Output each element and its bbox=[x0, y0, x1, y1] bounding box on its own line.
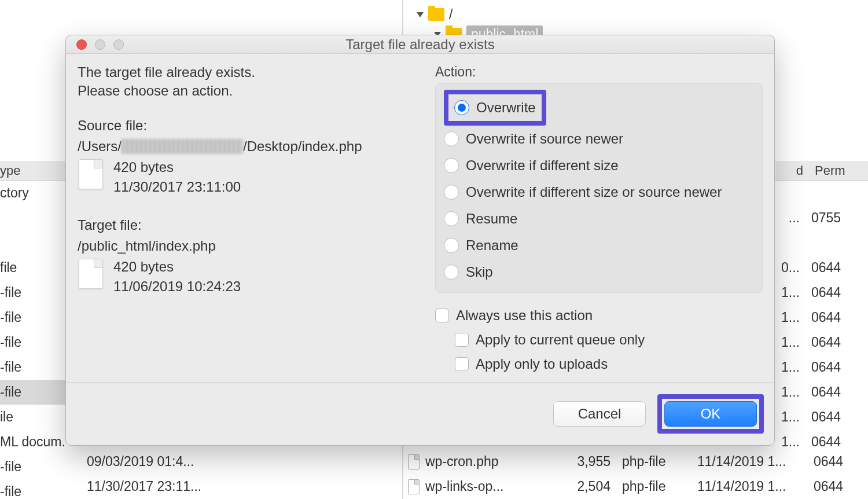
highlight-ok: OK bbox=[657, 394, 764, 434]
list-item[interactable]: 1...0644 bbox=[775, 405, 868, 430]
radio-icon[interactable] bbox=[444, 238, 459, 253]
list-item[interactable]: -file bbox=[0, 380, 65, 405]
source-file-label: Source file: bbox=[78, 118, 425, 134]
dialog-message-1: The target file already exists. bbox=[78, 64, 425, 80]
list-date: 11/30/2017 23:11... bbox=[87, 474, 201, 499]
dialog-footer: Cancel OK bbox=[66, 382, 774, 445]
radio-icon[interactable] bbox=[444, 131, 459, 146]
list-item[interactable]: 0...0644 bbox=[775, 255, 868, 280]
radio-overwrite-diff-size[interactable]: Overwrite if different size bbox=[444, 152, 754, 179]
list-item[interactable]: ile bbox=[0, 405, 65, 430]
target-file-label: Target file: bbox=[78, 217, 425, 233]
overwrite-dialog: Target file already exists The target fi… bbox=[65, 35, 775, 446]
checkbox-icon[interactable] bbox=[455, 333, 469, 347]
cancel-button[interactable]: Cancel bbox=[553, 401, 646, 427]
list-item[interactable]: 1...0644 bbox=[775, 380, 868, 405]
zoom-window-button bbox=[113, 39, 124, 50]
list-item[interactable]: ...0755 bbox=[775, 206, 868, 230]
radio-resume[interactable]: Resume bbox=[444, 206, 754, 232]
file-icon bbox=[79, 259, 103, 289]
list-item[interactable] bbox=[775, 181, 868, 206]
checkbox-icon[interactable] bbox=[455, 357, 469, 371]
radio-icon[interactable] bbox=[444, 211, 459, 226]
remote-file-list-partial: d Perm ...07550...06441...06441...06441.… bbox=[775, 161, 868, 454]
table-row[interactable]: wp-cron.php3,955php-file11/14/2019 1...0… bbox=[408, 449, 843, 474]
list-item[interactable] bbox=[0, 206, 65, 230]
target-file-path: /public_html/index.php bbox=[78, 238, 425, 254]
list-item[interactable]: -file bbox=[0, 330, 65, 355]
list-item[interactable]: 1...0644 bbox=[775, 330, 868, 355]
dialog-title: Target file already exists bbox=[66, 36, 774, 53]
checkbox-current-queue[interactable]: Apply to current queue only bbox=[435, 328, 763, 352]
list-date: 09/03/2019 01:4... bbox=[87, 449, 201, 474]
highlight-overwrite: Overwrite bbox=[444, 90, 546, 126]
source-file-path: /Users/ /Desktop/index.php bbox=[78, 138, 425, 155]
list-item[interactable]: file bbox=[0, 255, 65, 280]
file-icon bbox=[408, 479, 420, 494]
redacted-username bbox=[122, 139, 243, 154]
local-file-list-partial: ype ctoryfile-file-file-file-file-fileil… bbox=[0, 161, 65, 499]
target-file-date: 11/06/2019 10:24:23 bbox=[113, 278, 241, 295]
close-window-button[interactable] bbox=[76, 39, 87, 50]
list-item[interactable]: -file bbox=[0, 479, 65, 499]
radio-icon[interactable] bbox=[444, 158, 459, 173]
radio-icon[interactable] bbox=[444, 185, 459, 200]
radio-icon[interactable] bbox=[444, 265, 459, 280]
file-icon bbox=[408, 454, 420, 469]
file-icon bbox=[79, 159, 103, 189]
tree-root-row[interactable]: / bbox=[417, 5, 543, 24]
radio-icon[interactable] bbox=[454, 100, 469, 115]
list-item[interactable]: -file bbox=[0, 280, 65, 305]
list-item[interactable]: 1...0644 bbox=[775, 305, 868, 330]
action-radio-group: Overwrite Overwrite if source newer Over… bbox=[435, 83, 763, 293]
target-file-size: 420 bytes bbox=[113, 259, 241, 275]
dialog-titlebar: Target file already exists bbox=[66, 35, 774, 54]
radio-overwrite-diff-or-newer[interactable]: Overwrite if different size or source ne… bbox=[444, 179, 754, 206]
list-item[interactable]: ctory bbox=[0, 181, 65, 206]
radio-overwrite[interactable]: Overwrite bbox=[454, 94, 536, 121]
list-item[interactable]: ML docum. bbox=[0, 430, 65, 454]
list-item[interactable]: -file bbox=[0, 454, 65, 479]
list-item[interactable] bbox=[775, 230, 868, 255]
column-header-type[interactable]: ype bbox=[0, 161, 65, 181]
list-item[interactable]: 1...0644 bbox=[775, 280, 868, 305]
disclosure-triangle-icon[interactable] bbox=[417, 12, 424, 17]
source-file-size: 420 bytes bbox=[113, 159, 241, 175]
table-row[interactable]: wp-links-op...2,504php-file11/14/2019 1.… bbox=[408, 474, 843, 499]
remote-file-rows: wp-cron.php3,955php-file11/14/2019 1...0… bbox=[408, 449, 843, 499]
radio-overwrite-newer[interactable]: Overwrite if source newer bbox=[444, 126, 754, 152]
remote-header-row[interactable]: d Perm bbox=[775, 161, 868, 181]
tree-root-label: / bbox=[449, 7, 453, 23]
source-file-date: 11/30/2017 23:11:00 bbox=[113, 179, 241, 195]
list-item[interactable] bbox=[0, 230, 65, 255]
ok-button[interactable]: OK bbox=[664, 401, 757, 427]
local-list-dates: 09/03/2019 01:4... 11/30/2017 23:11... bbox=[87, 449, 201, 499]
radio-skip[interactable]: Skip bbox=[444, 259, 754, 285]
minimize-window-button bbox=[95, 39, 105, 50]
checkbox-always[interactable]: Always use this action bbox=[435, 303, 763, 328]
column-header-perm[interactable]: Perm bbox=[803, 163, 845, 178]
action-group-label: Action: bbox=[435, 64, 763, 80]
dialog-message-2: Please choose an action. bbox=[78, 83, 425, 99]
checkbox-uploads-only[interactable]: Apply only to uploads bbox=[435, 352, 763, 376]
folder-icon bbox=[428, 8, 444, 21]
radio-rename[interactable]: Rename bbox=[444, 232, 754, 259]
list-item[interactable]: 1...0644 bbox=[775, 355, 868, 380]
list-item[interactable]: -file bbox=[0, 305, 65, 330]
checkbox-icon[interactable] bbox=[435, 309, 449, 322]
list-item[interactable]: -file bbox=[0, 355, 65, 380]
window-controls bbox=[66, 39, 124, 50]
column-header-d[interactable]: d bbox=[775, 163, 803, 178]
